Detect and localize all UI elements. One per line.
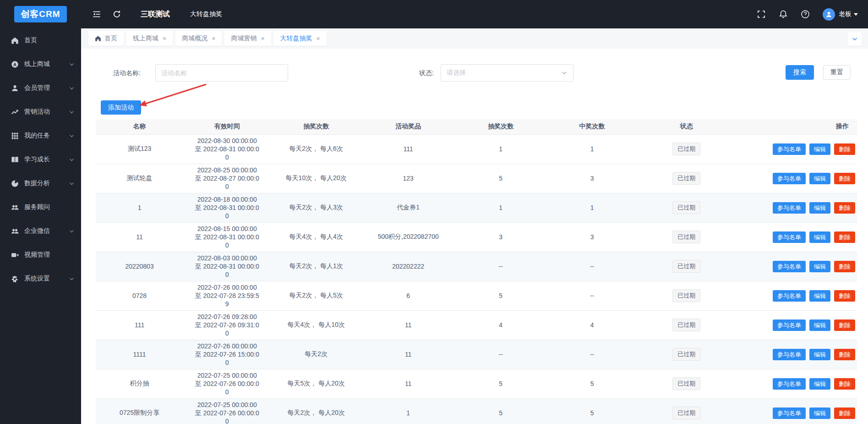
topbar-right: 老板 <box>757 8 868 21</box>
participants-button[interactable]: 参与名单 <box>773 173 806 184</box>
help-icon[interactable] <box>801 10 810 19</box>
cell-valid-time: 2022-08-30 00:00:00 至 2022-08-31 00:00:0… <box>183 134 271 164</box>
cell-draw-count: 5 <box>455 398 546 424</box>
bell-icon[interactable] <box>779 10 788 19</box>
marketing-icon <box>11 108 19 116</box>
tab-close-icon[interactable]: × <box>317 35 320 42</box>
add-activity-button[interactable]: 添加活动 <box>101 100 141 115</box>
user-avatar[interactable] <box>823 8 835 21</box>
delete-button[interactable]: 删除 <box>834 261 855 272</box>
crm-app: { "app": { "logo": "创客CRM", "user_name":… <box>0 0 868 424</box>
delete-button[interactable]: 删除 <box>834 173 855 184</box>
participants-button[interactable]: 参与名单 <box>773 290 806 302</box>
participants-button[interactable]: 参与名单 <box>773 261 806 272</box>
cell-status: 已过期 <box>638 164 735 193</box>
participants-button[interactable]: 参与名单 <box>773 378 806 390</box>
delete-button[interactable]: 删除 <box>834 319 855 331</box>
edit-button[interactable]: 编辑 <box>809 173 830 184</box>
delete-button[interactable]: 删除 <box>834 202 855 214</box>
cell-prize: 11 <box>361 369 455 398</box>
cell-name: 20220803 <box>96 252 183 281</box>
sidebar-item-wecom[interactable]: 企业微信 <box>0 219 81 243</box>
edit-button[interactable]: 编辑 <box>809 143 830 155</box>
sidebar-item-analytics[interactable]: 数据分析 <box>0 171 81 195</box>
delete-button[interactable]: 删除 <box>834 378 855 390</box>
delete-button[interactable]: 删除 <box>834 231 855 243</box>
home-icon <box>95 35 101 42</box>
sidebar-item-label: 数据分析 <box>24 179 69 187</box>
tab-bar: 首页线上商城×商城概况×商城营销×大转盘抽奖× <box>81 28 868 49</box>
search-button[interactable]: 搜索 <box>786 65 814 80</box>
cell-actions: 参与名单编辑删除 <box>735 252 857 281</box>
status-badge: 已过期 <box>672 172 700 185</box>
tab-label: 商城概况 <box>182 34 207 43</box>
user-name[interactable]: 老板 <box>839 10 852 18</box>
cell-name: 11 <box>96 222 183 252</box>
chevron-down-icon <box>69 85 75 91</box>
participants-button[interactable]: 参与名单 <box>773 407 806 419</box>
sidebar-item-mall[interactable]: 线上商城 <box>0 52 81 76</box>
edit-button[interactable]: 编辑 <box>809 202 830 214</box>
delete-button[interactable]: 删除 <box>834 349 855 360</box>
chevron-down-icon <box>561 70 568 76</box>
cell-status: 已过期 <box>638 222 735 252</box>
tab-线上商城[interactable]: 线上商城× <box>126 31 173 46</box>
activity-name-input[interactable] <box>155 64 288 82</box>
company-name: 三联测试 <box>141 10 170 19</box>
sidebar-item-advisor[interactable]: 服务顾问 <box>0 195 81 219</box>
sidebar-item-home[interactable]: 首页 <box>0 28 81 52</box>
activities-table: 名称有效时间抽奖次数活动奖品抽奖次数中奖次数状态操作 测试1232022-08-… <box>96 119 857 424</box>
cell-prize: 11 <box>361 310 455 340</box>
delete-button[interactable]: 删除 <box>834 290 855 302</box>
participants-button[interactable]: 参与名单 <box>773 143 806 155</box>
edit-button[interactable]: 编辑 <box>809 349 830 360</box>
app-logo: 创客CRM <box>14 6 66 22</box>
user-menu-caret-icon[interactable] <box>854 13 858 16</box>
wecom-icon <box>11 227 19 235</box>
sidebar-item-settings[interactable]: 系统设置 <box>0 267 81 291</box>
edit-button[interactable]: 编辑 <box>809 407 830 419</box>
cell-actions: 参与名单编辑删除 <box>735 281 857 310</box>
tab-close-icon[interactable]: × <box>212 35 215 42</box>
edit-button[interactable]: 编辑 <box>809 290 830 302</box>
delete-button[interactable]: 删除 <box>834 143 855 155</box>
status-select[interactable]: 请选择 <box>441 64 573 82</box>
refresh-icon[interactable] <box>112 10 121 19</box>
cell-actions: 参与名单编辑删除 <box>735 398 857 424</box>
delete-button[interactable]: 删除 <box>834 407 855 419</box>
participants-button[interactable]: 参与名单 <box>773 231 806 243</box>
collapse-menu-icon[interactable] <box>92 10 101 19</box>
fullscreen-icon[interactable] <box>757 10 766 19</box>
column-header: 操作 <box>735 119 857 134</box>
tab-list-dropdown-button[interactable] <box>848 32 862 46</box>
sidebar-item-learn[interactable]: 学习成长 <box>0 148 81 171</box>
edit-button[interactable]: 编辑 <box>809 231 830 243</box>
table-row: 12022-08-18 00:00:00 至 2022-08-31 00:00:… <box>96 193 857 222</box>
tab-close-icon[interactable]: × <box>261 35 264 42</box>
logo-area: 创客CRM <box>0 0 81 28</box>
participants-button[interactable]: 参与名单 <box>773 202 806 214</box>
edit-button[interactable]: 编辑 <box>809 319 830 331</box>
participants-button[interactable]: 参与名单 <box>773 319 806 331</box>
edit-button[interactable]: 编辑 <box>809 378 830 390</box>
cell-valid-time: 2022-07-26 00:00:00 至 2022-07-28 23:59:5… <box>183 281 271 310</box>
chevron-down-icon <box>69 133 75 139</box>
sidebar-item-video[interactable]: 视频管理 <box>0 243 81 267</box>
table-row: 11112022-07-26 00:00:00 至 2022-07-26 15:… <box>96 340 857 369</box>
tab-商城营销[interactable]: 商城营销× <box>224 31 271 46</box>
participants-button[interactable]: 参与名单 <box>773 349 806 360</box>
sidebar-item-tasks[interactable]: 我的任务 <box>0 124 81 148</box>
cell-status: 已过期 <box>638 398 735 424</box>
sidebar-item-marketing[interactable]: 营销活动 <box>0 100 81 124</box>
edit-button[interactable]: 编辑 <box>809 261 830 272</box>
cell-prize: 123 <box>361 164 455 193</box>
sidebar-item-member[interactable]: 会员管理 <box>0 76 81 100</box>
tab-close-icon[interactable]: × <box>163 35 166 42</box>
cell-draw-limit: 每天5次， 每人20次 <box>271 369 361 398</box>
cell-valid-time: 2022-08-15 00:00:00 至 2022-08-31 00:00:0… <box>183 222 271 252</box>
tab-商城概况[interactable]: 商城概况× <box>175 31 222 46</box>
reset-button[interactable]: 重置 <box>823 65 851 80</box>
tab-首页[interactable]: 首页 <box>88 31 124 46</box>
table-row: 测试1232022-08-30 00:00:00 至 2022-08-31 00… <box>96 134 857 164</box>
tab-大转盘抽奖[interactable]: 大转盘抽奖× <box>274 31 327 46</box>
